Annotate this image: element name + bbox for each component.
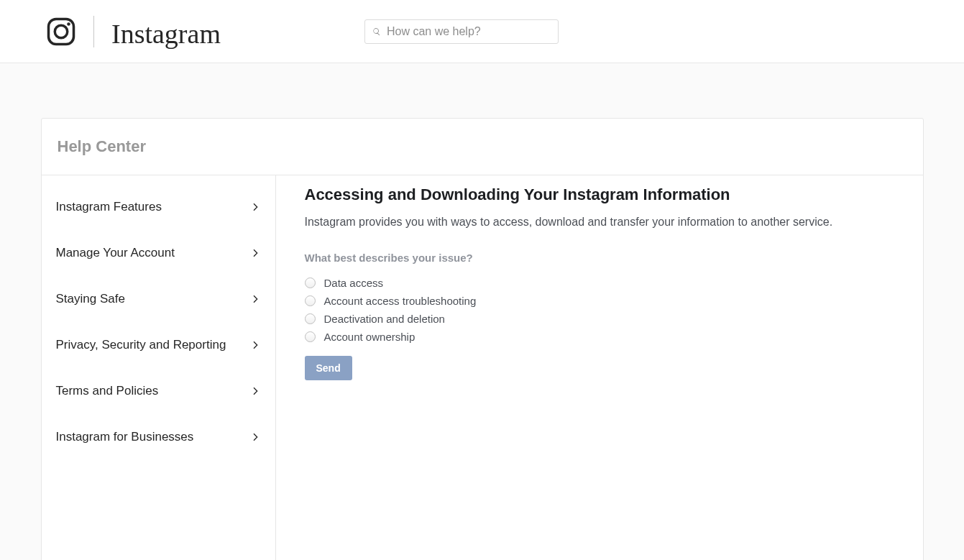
- sidebar-item-label: Manage Your Account: [56, 246, 175, 260]
- radio-icon: [305, 277, 316, 288]
- instagram-logo-icon: [46, 17, 76, 47]
- sidebar-item-label: Terms and Policies: [56, 384, 159, 398]
- svg-rect-0: [49, 19, 74, 44]
- top-bar: Instagram: [0, 0, 964, 63]
- logo-group[interactable]: Instagram: [46, 14, 221, 50]
- sidebar-item-privacy[interactable]: Privacy, Security and Reporting: [42, 322, 275, 368]
- search-input[interactable]: [387, 25, 551, 38]
- search-icon: [372, 27, 381, 36]
- radio-icon: [305, 295, 316, 306]
- chevron-right-icon: [249, 385, 261, 397]
- chevron-right-icon: [249, 201, 261, 213]
- sidebar: Instagram Features Manage Your Account S…: [42, 175, 276, 560]
- search-box[interactable]: [364, 19, 559, 44]
- page-title: Help Center: [58, 137, 907, 156]
- option-account-access[interactable]: Account access troubleshooting: [305, 292, 894, 310]
- sidebar-item-label: Instagram Features: [56, 200, 162, 214]
- option-ownership[interactable]: Account ownership: [305, 328, 894, 346]
- radio-icon: [305, 331, 316, 342]
- sidebar-item-business[interactable]: Instagram for Businesses: [42, 414, 275, 460]
- sidebar-item-terms[interactable]: Terms and Policies: [42, 368, 275, 414]
- main-content: Accessing and Downloading Your Instagram…: [276, 175, 923, 560]
- radio-icon: [305, 313, 316, 324]
- option-label: Deactivation and deletion: [324, 313, 445, 325]
- brand-wordmark: Instagram: [111, 18, 221, 50]
- chevron-right-icon: [249, 293, 261, 305]
- panel-header: Help Center: [42, 119, 923, 175]
- article-intro: Instagram provides you with ways to acce…: [305, 216, 894, 229]
- logo-divider: [93, 16, 94, 47]
- article-heading: Accessing and Downloading Your Instagram…: [305, 185, 894, 204]
- sidebar-item-manage-account[interactable]: Manage Your Account: [42, 230, 275, 276]
- svg-point-2: [67, 22, 70, 26]
- option-deactivation[interactable]: Deactivation and deletion: [305, 310, 894, 328]
- send-button[interactable]: Send: [305, 356, 352, 380]
- option-label: Data access: [324, 277, 384, 289]
- sidebar-item-label: Instagram for Businesses: [56, 430, 194, 444]
- chevron-right-icon: [249, 431, 261, 443]
- help-panel: Help Center Instagram Features Manage Yo…: [41, 118, 924, 560]
- options-group: Data access Account access troubleshooti…: [305, 274, 894, 346]
- form-question: What best describes your issue?: [305, 252, 894, 264]
- svg-point-1: [55, 25, 68, 38]
- sidebar-item-staying-safe[interactable]: Staying Safe: [42, 276, 275, 322]
- content-row: Instagram Features Manage Your Account S…: [42, 175, 923, 560]
- option-label: Account ownership: [324, 331, 416, 343]
- sidebar-item-label: Privacy, Security and Reporting: [56, 338, 226, 352]
- sidebar-item-features[interactable]: Instagram Features: [42, 184, 275, 230]
- chevron-right-icon: [249, 339, 261, 351]
- sidebar-item-label: Staying Safe: [56, 292, 125, 306]
- option-label: Account access troubleshooting: [324, 295, 477, 307]
- chevron-right-icon: [249, 247, 261, 259]
- option-data-access[interactable]: Data access: [305, 274, 894, 292]
